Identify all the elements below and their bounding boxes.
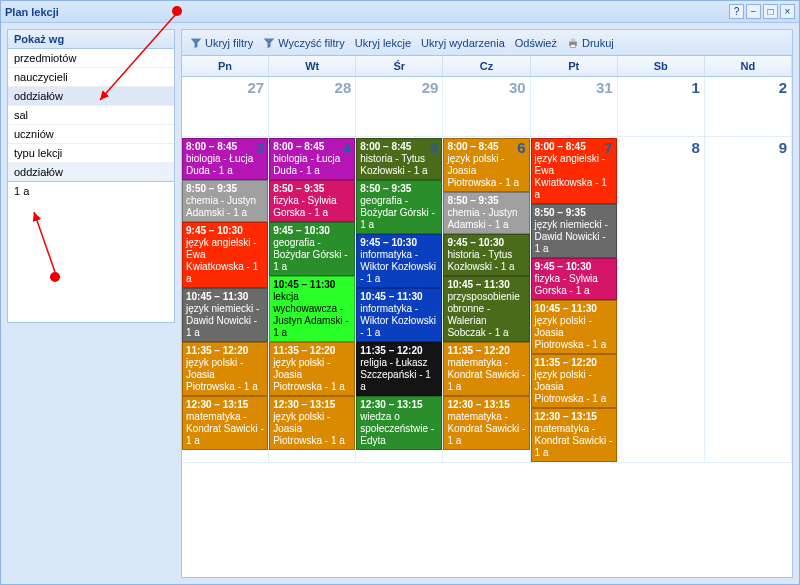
lesson-block[interactable]: 12:30 – 13:15matematyka - Kondrat Sawick…	[443, 396, 529, 450]
lesson-text: chemia - Justyn Adamski - 1 a	[447, 207, 517, 230]
lesson-block[interactable]: 12:30 – 13:15matematyka - Kondrat Sawick…	[531, 408, 617, 462]
lesson-time: 12:30 – 13:15	[186, 399, 248, 410]
lesson-block[interactable]: 12:30 – 13:15język polski - Joasia Piotr…	[269, 396, 355, 450]
day-number: 7	[604, 139, 612, 156]
toolbar-ukryj-wydarzenia[interactable]: Ukryj wydarzenia	[421, 37, 505, 49]
day-cell[interactable]: 58:00 – 8:45historia - Tytus Kozłowski -…	[356, 137, 443, 463]
day-cell[interactable]: 48:00 – 8:45biologia - Łucja Duda - 1 a8…	[269, 137, 356, 463]
filter-item-sal[interactable]: sal	[8, 106, 174, 125]
lesson-block[interactable]: 11:35 – 12:20religia - Łukasz Szczepańsk…	[356, 342, 442, 396]
help-button[interactable]: ?	[729, 4, 744, 19]
lesson-block[interactable]: 9:45 – 10:30historia - Tytus Kozłowski -…	[443, 234, 529, 276]
lesson-block[interactable]: 12:30 – 13:15wiedza o społeczeństwie - E…	[356, 396, 442, 450]
lesson-time: 8:50 – 9:35	[360, 183, 411, 194]
filter-list[interactable]: przedmiotównauczycielioddziałówsalucznió…	[8, 49, 174, 163]
lesson-text: język polski - Joasia Piotrowska - 1 a	[535, 369, 607, 404]
lesson-text: historia - Tytus Kozłowski - 1 a	[360, 153, 427, 176]
lesson-text: fizyka - Sylwia Gorska - 1 a	[535, 273, 598, 296]
window-title: Plan lekcji	[5, 6, 729, 18]
titlebar: Plan lekcji ? − □ ×	[1, 1, 799, 23]
filter-item-typu lekcji[interactable]: typu lekcji	[8, 144, 174, 163]
day-cell[interactable]: 2	[705, 77, 792, 137]
lesson-time: 9:45 – 10:30	[273, 225, 330, 236]
day-number: 30	[509, 79, 526, 96]
day-header: Pt	[531, 56, 618, 76]
day-cell[interactable]: 28	[269, 77, 356, 137]
lesson-block[interactable]: 10:45 – 11:30informatyka - Wiktor Kozłow…	[356, 288, 442, 342]
day-cell[interactable]: 68:00 – 8:45język polski - Joasia Piotro…	[443, 137, 530, 463]
day-cell[interactable]: 78:00 – 8:45język angielski - Ewa Kwiatk…	[531, 137, 618, 463]
toolbar-odśwież[interactable]: Odśwież	[515, 37, 557, 49]
toolbar-ukryj-lekcje[interactable]: Ukryj lekcje	[355, 37, 411, 49]
lesson-block[interactable]: 8:50 – 9:35fizyka - Sylwia Gorska - 1 a	[269, 180, 355, 222]
lesson-text: język polski - Joasia Piotrowska - 1 a	[273, 357, 345, 392]
day-number: 6	[517, 139, 525, 156]
day-cell[interactable]: 27	[182, 77, 269, 137]
filter-panel: Pokaż wg przedmiotównauczycielioddziałów…	[7, 29, 175, 323]
day-cell[interactable]: 9	[705, 137, 792, 463]
lesson-time: 11:35 – 12:20	[447, 345, 509, 356]
filter-item-oddziałów[interactable]: oddziałów	[8, 87, 174, 106]
selected-class[interactable]: 1 a	[14, 185, 168, 197]
lesson-block[interactable]: 11:35 – 12:20język polski - Joasia Piotr…	[269, 342, 355, 396]
day-header: Cz	[443, 56, 530, 76]
close-button[interactable]: ×	[780, 4, 795, 19]
lesson-text: biologia - Łucja Duda - 1 a	[186, 153, 253, 176]
toolbar-ukryj-filtry[interactable]: Ukryj filtry	[190, 37, 253, 49]
lessons-container: 8:00 – 8:45historia - Tytus Kozłowski - …	[356, 137, 442, 450]
lesson-time: 8:00 – 8:45	[273, 141, 324, 152]
filter-item-uczniów[interactable]: uczniów	[8, 125, 174, 144]
toolbar-drukuj[interactable]: Drukuj	[567, 37, 614, 49]
day-number: 4	[343, 139, 351, 156]
lesson-block[interactable]: 10:45 – 11:30lekcja wychowawcza - Justyn…	[269, 276, 355, 342]
lesson-block[interactable]: 9:45 – 10:30język angielski - Ewa Kwiatk…	[182, 222, 268, 288]
lesson-block[interactable]: 12:30 – 13:15matematyka - Kondrat Sawick…	[182, 396, 268, 450]
lesson-block[interactable]: 10:45 – 11:30język niemiecki - Dawid Now…	[182, 288, 268, 342]
lesson-text: przysposobienie obronne - Walerian Sobcz…	[447, 291, 519, 338]
lesson-text: wiedza o społeczeństwie - Edyta	[360, 411, 434, 446]
lesson-time: 10:45 – 11:30	[360, 291, 422, 302]
lessons-container: 8:00 – 8:45język angielski - Ewa Kwiatko…	[531, 137, 617, 462]
lesson-block[interactable]: 8:50 – 9:35język niemiecki - Dawid Nowic…	[531, 204, 617, 258]
day-cell[interactable]: 31	[531, 77, 618, 137]
lesson-block[interactable]: 11:35 – 12:20język polski - Joasia Piotr…	[531, 354, 617, 408]
day-number: 28	[335, 79, 352, 96]
day-cell[interactable]: 30	[443, 77, 530, 137]
lesson-time: 9:45 – 10:30	[447, 237, 504, 248]
lesson-block[interactable]: 9:45 – 10:30fizyka - Sylwia Gorska - 1 a	[531, 258, 617, 300]
toolbar-wyczyść-filtry[interactable]: Wyczyść filtry	[263, 37, 345, 49]
lesson-block[interactable]: 10:45 – 11:30przysposobienie obronne - W…	[443, 276, 529, 342]
lesson-block[interactable]: 8:50 – 9:35chemia - Justyn Adamski - 1 a	[182, 180, 268, 222]
lesson-time: 11:35 – 12:20	[360, 345, 422, 356]
lesson-time: 8:00 – 8:45	[186, 141, 237, 152]
day-cell[interactable]: 8	[618, 137, 705, 463]
lesson-time: 9:45 – 10:30	[535, 261, 592, 272]
lesson-block[interactable]: 9:45 – 10:30geografia - Bożydar Górski -…	[269, 222, 355, 276]
maximize-button[interactable]: □	[763, 4, 778, 19]
lesson-text: historia - Tytus Kozłowski - 1 a	[447, 249, 514, 272]
lesson-block[interactable]: 11:35 – 12:20język polski - Joasia Piotr…	[182, 342, 268, 396]
lesson-time: 8:50 – 9:35	[535, 207, 586, 218]
lesson-block[interactable]: 11:35 – 12:20matematyka - Kondrat Sawick…	[443, 342, 529, 396]
lesson-text: lekcja wychowawcza - Justyn Adamski - 1 …	[273, 291, 349, 338]
lesson-time: 9:45 – 10:30	[360, 237, 417, 248]
calendar[interactable]: PnWtŚrCzPtSbNd 272829303112 38:00 – 8:45…	[182, 56, 792, 577]
filter-item-nauczycieli[interactable]: nauczycieli	[8, 68, 174, 87]
filter-item-przedmiotów[interactable]: przedmiotów	[8, 49, 174, 68]
lesson-block[interactable]: 8:50 – 9:35geografia - Bożydar Górski - …	[356, 180, 442, 234]
day-cell[interactable]: 1	[618, 77, 705, 137]
calendar-header: PnWtŚrCzPtSbNd	[182, 56, 792, 77]
lesson-time: 12:30 – 13:15	[273, 399, 335, 410]
day-cell[interactable]: 29	[356, 77, 443, 137]
lesson-text: język polski - Joasia Piotrowska - 1 a	[535, 315, 607, 350]
day-cell[interactable]: 38:00 – 8:45biologia - Łucja Duda - 1 a8…	[182, 137, 269, 463]
lessons-container: 8:00 – 8:45biologia - Łucja Duda - 1 a8:…	[269, 137, 355, 450]
lesson-block[interactable]: 10:45 – 11:30język polski - Joasia Piotr…	[531, 300, 617, 354]
lesson-time: 10:45 – 11:30	[273, 279, 335, 290]
lesson-text: geografia - Bożydar Górski - 1 a	[273, 237, 347, 272]
lesson-block[interactable]: 8:50 – 9:35chemia - Justyn Adamski - 1 a	[443, 192, 529, 234]
minimize-button[interactable]: −	[746, 4, 761, 19]
day-header: Wt	[269, 56, 356, 76]
lesson-block[interactable]: 9:45 – 10:30informatyka - Wiktor Kozłows…	[356, 234, 442, 288]
annotation-dot	[50, 272, 60, 282]
